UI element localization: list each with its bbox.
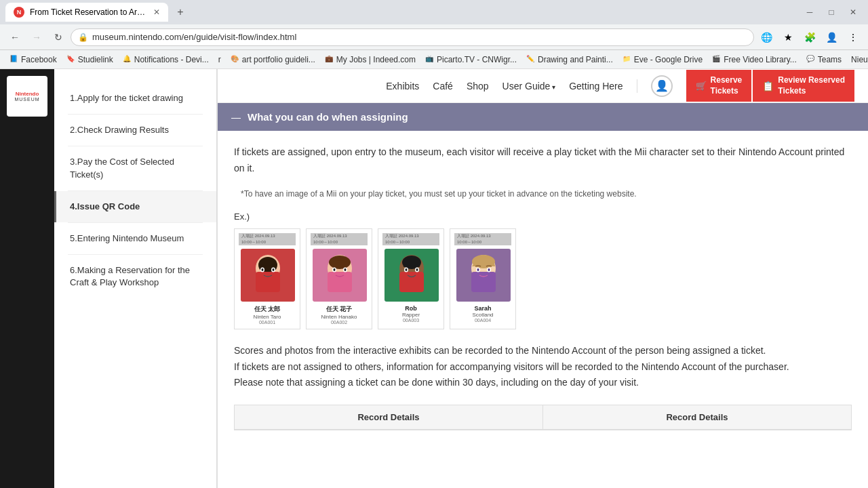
ticket-name-en-2: Ninten Hanako	[311, 314, 368, 320]
video-icon: 🎬	[712, 55, 722, 64]
bookmark-label: Picarto.TV - CNWigr...	[437, 55, 517, 64]
nintendo-logo[interactable]: Nintendo MUSEUM	[7, 76, 47, 117]
bookmark-label: Eve - Google Drive	[634, 55, 703, 64]
svg-point-26	[477, 268, 479, 271]
bookmark-studielink[interactable]: 🔖 Studielink	[62, 54, 117, 66]
nav-divider	[637, 79, 637, 93]
nav-item-4[interactable]: 4.Issue QR Code	[54, 191, 216, 222]
nav-cafe[interactable]: Café	[433, 81, 453, 92]
ticket-name-en-3: Rapper	[382, 312, 439, 318]
nav-shop[interactable]: Shop	[467, 81, 489, 92]
address-bar[interactable]: 🔒 museum.nintendo.com/en/guide/visit-flo…	[71, 28, 754, 46]
svg-rect-2	[256, 272, 280, 292]
svg-rect-9	[328, 272, 352, 292]
new-tab-button[interactable]: +	[171, 3, 190, 22]
reload-button[interactable]: ↻	[49, 28, 68, 47]
ticket-image-2	[311, 248, 369, 302]
page-content: Nintendo MUSEUM 1.Apply for the ticket d…	[0, 69, 868, 488]
ticket-header-text-2: 入場証 2024.09.1310:00～10:00	[313, 233, 347, 245]
bookmark-newtab[interactable]: Nieuw tabblad	[847, 54, 868, 66]
extensions-button[interactable]: 🧩	[800, 28, 819, 47]
ticket-header-bar-4: 入場証 2024.09.1310:00～10:00	[454, 233, 511, 245]
cart-icon: 🛒	[696, 81, 707, 91]
nav-item-2[interactable]: 2.Check Drawing Results	[54, 115, 216, 146]
back-button[interactable]: ←	[5, 28, 24, 47]
user-avatar-icon[interactable]: 👤	[651, 75, 673, 97]
bookmark-video[interactable]: 🎬 Free Video Library...	[708, 54, 801, 66]
section-toggle-icon[interactable]: —	[231, 112, 241, 123]
note-text: *To have an image of a Mii on your play …	[234, 188, 852, 201]
nav-item-6[interactable]: 6.Making a Reservation for the Craft & P…	[54, 255, 216, 298]
mii-avatar-2	[313, 249, 367, 302]
ticket-image-3	[382, 248, 441, 302]
section-body: If tickets are assigned, upon entry to t…	[218, 131, 868, 444]
logo-text-nintendo: Nintendo	[16, 91, 39, 98]
picarto-icon: 📺	[425, 55, 435, 64]
bookmark-art[interactable]: 🎨 art portfolio guideli...	[226, 54, 319, 66]
record-col-1: Record Details	[235, 405, 543, 430]
svg-point-6	[273, 268, 275, 271]
drawing-icon: ✏️	[526, 55, 536, 64]
bookmark-facebook[interactable]: 📘 Facebook	[5, 54, 61, 66]
browser-tab[interactable]: N From Ticket Reservation to Arri... ✕	[5, 3, 168, 22]
close-button[interactable]: ✕	[844, 3, 863, 22]
nav-item-5[interactable]: 5.Entering Nintendo Museum	[54, 223, 216, 254]
nav-getting-here[interactable]: Getting Here	[569, 81, 623, 92]
studielink-icon: 🔖	[66, 55, 76, 64]
bookmark-teams[interactable]: 💬 Teams	[802, 54, 846, 66]
menu-button[interactable]: ⋮	[844, 28, 863, 47]
nav-item-1[interactable]: 1.Apply for the ticket drawing	[54, 83, 216, 114]
ticket-card-3: 入場証 2024.09.1310:00～10:00	[378, 228, 444, 329]
svg-point-5	[262, 268, 264, 271]
left-navigation: 1.Apply for the ticket drawing 2.Check D…	[54, 69, 217, 488]
ticket-header-text-1: 入場証 2024.09.1310:00～10:00	[241, 233, 275, 245]
bookmark-label: Notifications - Devi...	[134, 55, 209, 64]
forward-button[interactable]: →	[27, 28, 46, 47]
ticket-header-bar-1: 入場証 2024.09.1310:00～10:00	[239, 233, 296, 245]
nav-item-3[interactable]: 3.Pay the Cost of Selected Ticket(s)	[54, 146, 216, 190]
minimize-button[interactable]: ─	[800, 3, 819, 22]
bookmark-label: art portfolio guideli...	[242, 55, 315, 64]
ticket-name-en-4: Scotland	[454, 312, 511, 318]
bookmark-label: My Jobs | Indeed.com	[336, 55, 416, 64]
bookmark-label: Nieuw tabblad	[851, 55, 868, 64]
record-details-header-1: Record Details	[235, 405, 542, 430]
restore-button[interactable]: □	[822, 3, 841, 22]
ticket-card-1: 入場証 2024.09.1310:00～10:00	[234, 228, 300, 329]
review-tickets-button[interactable]: 📋 Review ReservedTickets	[753, 70, 854, 102]
ticket-name-en-1: Ninten Taro	[239, 314, 296, 320]
bookmark-r[interactable]: r	[214, 54, 225, 66]
intro-paragraph: If tickets are assigned, upon entry to t…	[234, 144, 852, 177]
ticket-name-ja-2: 任天 花子	[311, 305, 368, 314]
mii-avatar-1	[241, 249, 295, 302]
svg-point-15	[402, 256, 421, 269]
nav-user-guide[interactable]: User Guide	[502, 81, 556, 92]
review-btn-label: Review ReservedTickets	[778, 75, 845, 96]
tab-close-icon[interactable]: ✕	[153, 7, 160, 17]
profile-button[interactable]: 👤	[822, 28, 841, 47]
bookmarks-bar: 📘 Facebook 🔖 Studielink 🔔 Notifications …	[0, 50, 868, 69]
ticket-name-ja-1: 任天 太郎	[239, 305, 296, 314]
mii-avatar-3	[384, 249, 439, 302]
bookmark-button[interactable]: ★	[778, 28, 797, 47]
ticket-header-text-3: 入場証 2024.09.1310:00～10:00	[385, 233, 419, 245]
record-details-header-2: Record Details	[543, 405, 851, 430]
facebook-icon: 📘	[9, 55, 19, 64]
reserve-tickets-button[interactable]: 🛒 ReserveTickets	[686, 70, 752, 102]
review-icon: 📋	[762, 81, 774, 92]
logo-text-museum: MUSEUM	[14, 97, 39, 102]
scores-paragraph: Scores and photos from the interactive e…	[234, 343, 852, 391]
ticket-header-text-4: 入場証 2024.09.1310:00～10:00	[457, 233, 491, 245]
art-icon: 🎨	[231, 55, 240, 64]
bookmark-drawing[interactable]: ✏️ Drawing and Painti...	[522, 54, 617, 66]
bookmark-notifications[interactable]: 🔔 Notifications - Devi...	[119, 54, 213, 66]
record-table: Record Details Record Details	[234, 405, 852, 430]
translate-button[interactable]: 🌐	[757, 28, 776, 47]
bookmark-eve[interactable]: 📁 Eve - Google Drive	[618, 54, 707, 66]
bookmark-picarto[interactable]: 📺 Picarto.TV - CNWigr...	[421, 54, 521, 66]
nav-exhibits[interactable]: Exhibits	[386, 81, 419, 92]
bookmark-label: r	[218, 55, 221, 64]
ticket-header-bar-3: 入場証 2024.09.1310:00～10:00	[382, 233, 439, 245]
bookmark-label: Facebook	[21, 55, 57, 64]
bookmark-indeed[interactable]: 💼 My Jobs | Indeed.com	[321, 54, 420, 66]
